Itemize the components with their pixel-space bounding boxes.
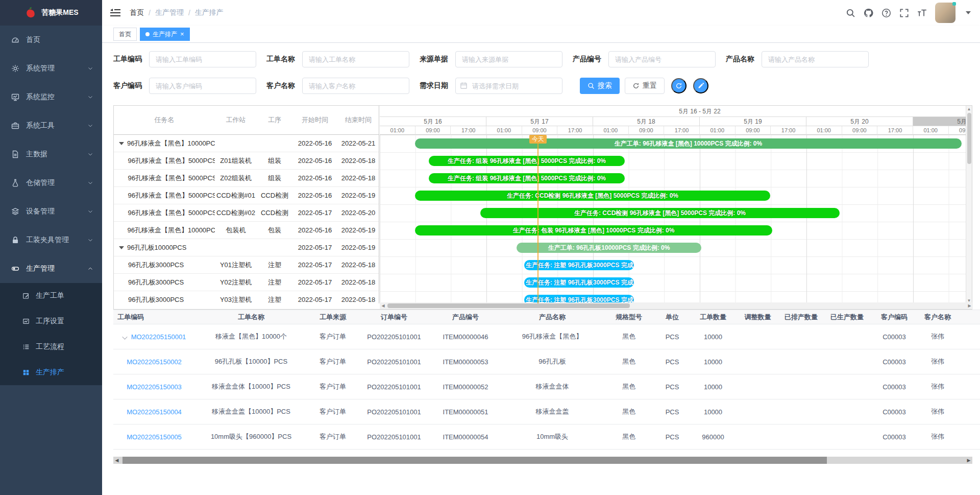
text-input[interactable] bbox=[608, 51, 716, 67]
task-name-label: 96孔孔板10000PCS bbox=[127, 243, 186, 252]
user-menu-caret-icon[interactable] bbox=[966, 11, 971, 14]
text-input[interactable] bbox=[149, 78, 256, 94]
sidebar-item-2[interactable]: 系统监控 bbox=[0, 83, 102, 111]
gantt-task-row[interactable]: 96孔孔板3000PCSY02注塑机注塑2022-05-172022-05-18 bbox=[114, 274, 379, 291]
gantt-bar[interactable]: 生产工单: 96孔孔板10000PCS 完成比例: 0% bbox=[517, 243, 701, 253]
gantt-horizontal-scrollbar[interactable]: ◀ ▶ bbox=[380, 302, 973, 309]
task-end-cell: 2022-05-18 bbox=[337, 157, 379, 164]
user-avatar[interactable] bbox=[935, 3, 955, 23]
gantt-bar[interactable]: 生产任务: 组装 96孔移液盒 [黑色] 5000PCS 完成比例: 0% bbox=[429, 156, 625, 166]
gantt-task-row[interactable]: 96孔移液盒【黑色】5000PCSZ02组装机组装2022-05-162022-… bbox=[114, 170, 379, 187]
task-caret-icon[interactable] bbox=[119, 142, 124, 145]
gantt-task-row[interactable]: 96孔移液盒【黑色】10000PCS2022-05-162022-05-21 bbox=[114, 135, 379, 152]
table-row[interactable]: MO20220515000296孔孔板【10000】PCS客户订单PO20220… bbox=[113, 349, 980, 374]
sidebar-fold-icon[interactable] bbox=[110, 9, 120, 17]
gantt-task-row[interactable]: 96孔孔板10000PCS2022-05-172022-05-19 bbox=[114, 239, 379, 256]
sidebar-item-6[interactable]: 设备管理 bbox=[0, 197, 102, 226]
chevron-down-icon bbox=[88, 95, 93, 100]
gantt-task-row[interactable]: 96孔移液盒【黑色】5000PCSCCD检测#02CCD检测2022-05-17… bbox=[114, 204, 379, 222]
sidebar-item-7[interactable]: 工装夹具管理 bbox=[0, 226, 102, 254]
gantt-bar[interactable]: 生产任务: CCD检测 96孔移液盒 [黑色] 5000PCS 完成比例: 0% bbox=[415, 191, 770, 201]
sidebar-item-label: 系统工具 bbox=[26, 121, 55, 130]
table-row[interactable]: MO202205150001移液盒【黑色】10000个客户订单PO2022051… bbox=[113, 324, 980, 349]
table-row[interactable]: MO202205150004移液盒盒盖【10000】PCS客户订单PO20220… bbox=[113, 399, 980, 425]
fullscreen-icon[interactable] bbox=[899, 8, 909, 18]
gantt-table-rows: 96孔移液盒【黑色】10000PCS2022-05-162022-05-2196… bbox=[114, 135, 379, 303]
gantt-hscroll-thumb[interactable] bbox=[387, 303, 630, 308]
sidebar-item-4[interactable]: 主数据 bbox=[0, 140, 102, 169]
scroll-right-icon[interactable]: ▶ bbox=[965, 457, 972, 464]
github-icon[interactable] bbox=[864, 8, 873, 18]
sidebar-subitem-2[interactable]: 工艺流程 bbox=[0, 334, 102, 360]
gantt-bar[interactable]: 生产任务: CCD检测 96孔移液盒 [黑色] 5000PCS 完成比例: 0% bbox=[480, 208, 840, 218]
table-row[interactable]: MO202205150003移液盒盒体【10000】PCS客户订单PO20220… bbox=[113, 374, 980, 399]
workorder-link[interactable]: MO202205150002 bbox=[127, 358, 182, 366]
font-size-icon[interactable] bbox=[917, 8, 927, 18]
gantt-hour-cell: 09:00 bbox=[629, 126, 665, 135]
vertical-scroll-thumb[interactable] bbox=[967, 113, 971, 164]
task-end-cell: 2022-05-18 bbox=[337, 296, 379, 303]
tabs-bar: 首页生产排产× bbox=[102, 26, 980, 43]
sidebar-item-0[interactable]: 首页 bbox=[0, 26, 102, 54]
gantt-bar[interactable]: 生产工单: 96孔移液盒 [黑色] 10000PCS 完成比例: 0% bbox=[415, 138, 962, 149]
task-process-cell: 注塑 bbox=[257, 295, 292, 304]
edit-circle-button[interactable] bbox=[693, 78, 708, 93]
table-column-header: 需求日期 bbox=[958, 313, 980, 322]
breadcrumb-item: 生产管理 bbox=[155, 8, 184, 17]
gantt-bar[interactable]: 生产任务: 包装 96孔移液盒 [黑色] 10000PCS 完成比例: 0% bbox=[415, 225, 772, 235]
scroll-right-icon[interactable]: ▶ bbox=[966, 303, 973, 308]
gantt-task-row[interactable]: 96孔移液盒【黑色】10000PCS包装机包装2022-05-162022-05… bbox=[114, 222, 379, 239]
sidebar-subitem-0[interactable]: 生产工单 bbox=[0, 283, 102, 309]
gantt-bar[interactable]: 生产任务: 组装 96孔移液盒 [黑色] 5000PCS 完成比例: 0% bbox=[429, 173, 625, 183]
text-input[interactable] bbox=[302, 78, 409, 94]
date-input[interactable] bbox=[455, 78, 562, 94]
text-input[interactable] bbox=[149, 51, 256, 67]
sidebar-subitem-1[interactable]: 工序设置 bbox=[0, 309, 102, 334]
gantt-task-row[interactable]: 96孔孔板3000PCSY03注塑机注塑2022-05-172022-05-18 bbox=[114, 291, 379, 303]
cell-code: MO202205150005 bbox=[113, 433, 195, 441]
scroll-left-icon[interactable]: ◀ bbox=[113, 457, 120, 464]
sidebar-subitem-3[interactable]: 生产排产 bbox=[0, 360, 102, 385]
search-button[interactable]: 搜索 bbox=[580, 78, 620, 94]
filter-field: 客户编码 bbox=[113, 78, 256, 94]
page-horizontal-scrollbar[interactable]: ◀ ▶ bbox=[113, 457, 972, 464]
sidebar-item-1[interactable]: 系统管理 bbox=[0, 54, 102, 83]
layers-icon bbox=[11, 207, 19, 216]
task-name-cell: 96孔孔板3000PCS bbox=[114, 278, 215, 287]
text-input[interactable] bbox=[762, 51, 869, 67]
gantt-bar[interactable]: 生产任务: 注塑 96孔孔板3000PCS 完成比例: 0% bbox=[524, 277, 634, 288]
cell-source: 客户订单 bbox=[307, 407, 358, 416]
workorder-link[interactable]: MO202205150003 bbox=[127, 383, 182, 391]
gantt-task-row[interactable]: 96孔移液盒【黑色】5000PCSZ01组装机组装2022-05-162022-… bbox=[114, 152, 379, 170]
gantt-task-row[interactable]: 96孔孔板3000PCSY01注塑机注塑2022-05-172022-05-18 bbox=[114, 256, 379, 274]
sidebar-item-3[interactable]: 系统工具 bbox=[0, 111, 102, 140]
tab-1[interactable]: 生产排产× bbox=[140, 28, 190, 41]
gantt-vertical-scrollbar[interactable]: ▲ ▼ bbox=[966, 106, 972, 303]
refresh-circle-button[interactable] bbox=[671, 78, 687, 93]
text-input[interactable] bbox=[302, 51, 409, 67]
scroll-left-icon[interactable]: ◀ bbox=[380, 303, 386, 308]
row-expand-icon[interactable] bbox=[122, 334, 127, 339]
scroll-up-icon[interactable]: ▲ bbox=[966, 106, 972, 112]
breadcrumb-item[interactable]: 首页 bbox=[130, 8, 144, 17]
help-icon[interactable] bbox=[881, 8, 891, 18]
reset-button[interactable]: 重置 bbox=[625, 78, 665, 94]
workorder-link[interactable]: MO202205150001 bbox=[131, 333, 186, 341]
search-icon[interactable] bbox=[846, 8, 855, 18]
tab-0[interactable]: 首页 bbox=[113, 28, 137, 41]
gantt-task-row[interactable]: 96孔移液盒【黑色】5000PCSCCD检测#01CCD检测2022-05-16… bbox=[114, 187, 379, 204]
task-caret-icon[interactable] bbox=[119, 246, 124, 249]
page-hscroll-thumb[interactable] bbox=[122, 457, 827, 464]
workorder-link[interactable]: MO202205150005 bbox=[127, 433, 182, 441]
text-input[interactable] bbox=[455, 51, 562, 67]
cell-order: PO202205101001 bbox=[358, 433, 430, 441]
tab-close-icon[interactable]: × bbox=[180, 31, 184, 37]
gantt-bar[interactable]: 生产任务: 注塑 96孔孔板3000PCS 完成比例: 0% bbox=[524, 260, 634, 270]
table-row[interactable]: MO20220515000510mm吸头【960000】PCS客户订单PO202… bbox=[113, 425, 980, 450]
sidebar-item-8[interactable]: 生产管理 bbox=[0, 254, 102, 283]
gantt-hscroll-track[interactable] bbox=[386, 302, 966, 309]
workorder-link[interactable]: MO202205150004 bbox=[127, 408, 182, 416]
cell-item: ITEM00000053 bbox=[430, 358, 501, 366]
sidebar-item-5[interactable]: 仓储管理 bbox=[0, 169, 102, 197]
gantt-hour-cell: 17:00 bbox=[771, 126, 806, 135]
